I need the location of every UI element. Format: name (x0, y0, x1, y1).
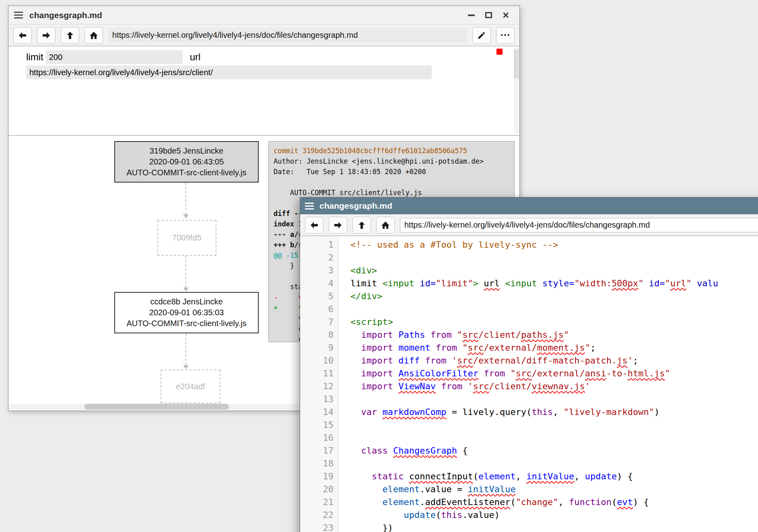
line-number: 9 (300, 341, 338, 354)
commit-detail-line: commit 319bde525b1048cbcfff6dffe61012ab8… (274, 146, 514, 156)
code-line[interactable]: 1<!-- used as a #Tool by lively-sync --> (300, 238, 758, 251)
code-editor[interactable]: 1<!-- used as a #Tool by lively-sync -->… (300, 236, 758, 532)
back-icon (309, 220, 319, 230)
line-number: 7 (300, 316, 338, 329)
code-text (338, 419, 350, 431)
code-line[interactable]: 4limit <input id="limit"> url <input sty… (300, 277, 758, 290)
more-button[interactable]: ... (496, 27, 515, 44)
url-input[interactable] (26, 66, 432, 79)
nav-toolbar (300, 214, 758, 236)
code-line[interactable]: 8 import Paths from "src/client/paths.js… (300, 329, 758, 341)
code-line[interactable]: 10 import diff from 'src/external/diff-m… (300, 354, 758, 367)
graph-edge-arrowhead (183, 214, 189, 218)
code-line[interactable]: 17 class ChangesGraph { (300, 444, 758, 457)
line-number: 11 (300, 367, 338, 380)
address-input[interactable] (400, 218, 758, 232)
code-text (338, 457, 350, 470)
pencil-icon (477, 31, 486, 40)
code-line[interactable]: 3<div> (300, 264, 758, 277)
code-text: import diff from 'src/external/diff-matc… (338, 354, 638, 367)
back-button[interactable] (305, 217, 323, 234)
limit-input[interactable] (46, 50, 183, 64)
window-title: changesgraph.md (319, 201, 392, 211)
commit-node[interactable]: ccdce8b JensLincke 2020-09-01 06:35:03 A… (114, 292, 259, 333)
close-icon[interactable]: × (503, 11, 509, 19)
limit-label: limit (26, 51, 43, 63)
maximize-icon[interactable] (485, 12, 492, 18)
line-number: 5 (300, 290, 338, 303)
edit-button[interactable] (472, 27, 491, 44)
code-line[interactable]: 22 update(this.value) (300, 509, 758, 522)
code-line[interactable]: 6 (300, 303, 758, 316)
code-line[interactable]: 12 import ViewNav from 'src/client/viewn… (300, 380, 758, 393)
up-button[interactable] (61, 27, 79, 44)
commit-detail-line: AUTO-COMMIT src/client/lively.js (274, 187, 514, 198)
nav-toolbar: ... (8, 25, 519, 46)
stub-node[interactable]: e204adf (161, 370, 220, 403)
graph-edge-arrowhead (183, 288, 189, 292)
code-text: <div> (338, 264, 377, 277)
titlebar[interactable]: changesgraph.md (300, 197, 758, 214)
code-line[interactable]: 20 element.value = initValue (300, 483, 758, 496)
node-line: ccdce8b JensLincke (115, 296, 258, 307)
back-button[interactable] (13, 27, 32, 44)
code-line[interactable]: 15 (300, 419, 758, 431)
code-line[interactable]: 16 (300, 431, 758, 444)
code-line[interactable]: 23 }) (300, 522, 758, 532)
line-number: 15 (300, 419, 338, 431)
code-line[interactable]: 14 var markdownComp = lively.query(this,… (300, 406, 758, 419)
code-line[interactable]: 21 element.addEventListener("change", fu… (300, 496, 758, 509)
code-line[interactable]: 9 import moment from "src/external/momen… (300, 341, 758, 354)
commit-node[interactable]: 319bde5 JensLincke 2020-09-01 06:43:05 A… (114, 141, 259, 183)
up-arrow-icon (357, 220, 367, 230)
node-line: 2020-09-01 06:43:05 (115, 156, 258, 167)
more-icon: ... (501, 26, 511, 39)
menu-icon[interactable] (305, 203, 314, 210)
forward-icon (41, 31, 51, 40)
home-button[interactable] (376, 217, 395, 234)
forward-button[interactable] (329, 217, 347, 234)
code-line[interactable]: 7<script> (300, 316, 758, 329)
titlebar[interactable]: changesgraph.md × (8, 6, 519, 25)
commit-detail-line: Author: JensLincke <jens.lincke@hpi.uni-… (274, 156, 514, 166)
code-text: var markdownComp = lively.query(this, "l… (338, 406, 659, 419)
home-button[interactable] (84, 27, 103, 44)
stub-node[interactable]: 7009fd5 (157, 220, 216, 256)
line-number: 2 (300, 251, 338, 264)
code-line[interactable]: 13 (300, 393, 758, 406)
code-text: class ChangesGraph { (338, 444, 468, 457)
up-button[interactable] (352, 217, 371, 234)
window-controls: × (468, 11, 514, 19)
line-number: 14 (300, 406, 338, 419)
commit-detail-line (274, 177, 514, 187)
up-arrow-icon (65, 31, 75, 40)
vertical-scrollbar[interactable] (514, 47, 519, 134)
line-number: 12 (300, 380, 338, 393)
code-line[interactable]: 11 import AnsiColorFilter from "src/exte… (300, 367, 758, 380)
address-input[interactable] (108, 28, 467, 43)
menu-icon[interactable] (14, 12, 23, 18)
code-text: import moment from "src/external/moment.… (338, 341, 595, 354)
line-number: 21 (300, 496, 338, 509)
graph-edge (185, 183, 186, 214)
code-line[interactable]: 18 (300, 457, 758, 470)
forward-icon (333, 220, 343, 230)
code-line[interactable]: 19 static connectInput(element, initValu… (300, 470, 758, 483)
node-line: 2020-09-01 06:35:03 (115, 307, 258, 318)
node-line: e204adf (161, 381, 220, 392)
line-number: 8 (300, 329, 338, 341)
code-text: element.addEventListener("change", funct… (338, 496, 649, 509)
code-line[interactable]: 2 (300, 251, 758, 264)
code-text: </div> (338, 290, 382, 303)
code-text: <script> (338, 316, 393, 329)
line-number: 16 (300, 431, 338, 444)
code-text (338, 431, 350, 444)
horizontal-scrollbar-thumb[interactable] (84, 404, 229, 410)
code-text: <!-- used as a #Tool by lively-sync --> (338, 238, 558, 251)
minimize-icon[interactable] (468, 14, 475, 16)
code-text: import AnsiColorFilter from "src/externa… (338, 367, 670, 380)
code-text (338, 251, 350, 264)
vertical-scrollbar-thumb[interactable] (514, 49, 519, 78)
code-line[interactable]: 5</div> (300, 290, 758, 303)
forward-button[interactable] (37, 27, 56, 44)
